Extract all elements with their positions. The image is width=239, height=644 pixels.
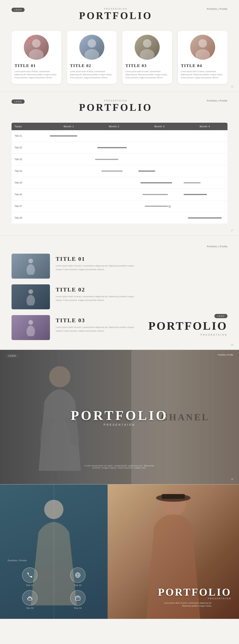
svg-point-11 bbox=[29, 259, 33, 263]
gantt-row-5: Title 05 bbox=[12, 177, 227, 189]
profile-card-title-1: TITLE 01 bbox=[15, 63, 58, 68]
slide-18-img-placeholder-2 bbox=[12, 284, 50, 309]
profiles-grid: TITLE 01 Lorem ipsum dolor sit amet, con… bbox=[12, 31, 227, 84]
gantt-cell-3-1 bbox=[46, 154, 91, 165]
gantt-cell-3-rest bbox=[137, 154, 227, 165]
svg-rect-27 bbox=[162, 494, 185, 499]
icon-label-4: Title 04 bbox=[74, 607, 82, 609]
nav-links-16: Portfolio | Profile bbox=[207, 8, 227, 10]
gantt-cell-6-3 bbox=[137, 189, 182, 200]
gantt-row-6: Title 06 bbox=[12, 189, 227, 200]
slide-19-subtitle: PRESENTAION bbox=[71, 423, 168, 426]
icon-item-4: Title 04 bbox=[56, 590, 100, 609]
gantt-bar-8-4 bbox=[184, 214, 226, 222]
icon-item-1: Title 01 bbox=[8, 568, 52, 586]
profile-card-2: TITLE 02 Lorem ipsum dolor sit amet, con… bbox=[67, 31, 117, 84]
gantt-row-7: Title 07 bbox=[12, 200, 227, 212]
slide-18-img-3 bbox=[12, 315, 50, 340]
profile-card-text-3: Lorem ipsum dolor sit amet, consectetuer… bbox=[125, 70, 169, 79]
gantt-cell-1-1 bbox=[46, 130, 91, 142]
slide-20-left: Portfolio | Profile Title 01 bbox=[0, 484, 108, 619]
gantt-cell-8-2 bbox=[91, 212, 137, 224]
gantt-bar-5-3 bbox=[138, 179, 181, 187]
gantt-cell-7-4 bbox=[182, 200, 227, 212]
gantt-label-4: Title 04 bbox=[12, 165, 46, 177]
slide-18-img-placeholder-3 bbox=[12, 315, 50, 340]
gantt-row-8: Title 08 bbox=[12, 212, 227, 224]
svg-point-12 bbox=[27, 264, 35, 275]
gantt-label-7: Title 07 bbox=[12, 200, 46, 212]
slide-number-19: 19 bbox=[231, 478, 233, 480]
slide-19-center: PORTFOLIO PRESENTAION bbox=[71, 408, 168, 426]
profile-card-4: TITLE 04 Lorem ipsum dolor sit amet, con… bbox=[178, 31, 228, 84]
icon-circle-4 bbox=[70, 590, 86, 606]
slide-19-nav: Portfolio | Profile bbox=[218, 354, 233, 356]
gantt-bar-4-2 bbox=[93, 167, 135, 175]
profile-img-1 bbox=[24, 35, 49, 60]
gantt-cell-7-2 bbox=[91, 200, 137, 212]
gantt-cell-7-1 bbox=[46, 200, 91, 212]
slide-18: Portfolio | Profile TITLE 01 Lorem ipsum… bbox=[0, 236, 239, 350]
logo-badge-19: LOGO bbox=[6, 354, 19, 358]
slide-17-title-block: PRESENTAION PORTFOLIO bbox=[79, 100, 152, 113]
gantt-row-1: Title 01 bbox=[12, 130, 227, 142]
gantt-cell-4-3 bbox=[137, 165, 182, 177]
slide-20-right: PORTFOLIO PRESENTAION Lorem ipsum dolor … bbox=[108, 484, 239, 619]
icon-label-2: Title 02 bbox=[74, 584, 82, 586]
gantt-cell-5-1 bbox=[46, 177, 91, 189]
slide-19-main-title: PORTFOLIO bbox=[71, 408, 168, 423]
gantt-cell-4-2 bbox=[91, 165, 137, 177]
gantt-cell-8-4 bbox=[182, 212, 227, 224]
svg-point-22 bbox=[28, 598, 32, 600]
slide-19-small-text: Lorem ipsum dolor sit amet, consectetuer… bbox=[81, 465, 158, 469]
slide-17-subtitle: PRESENTAION bbox=[79, 100, 152, 102]
slide-17: LOGO PRESENTAION PORTFOLIO Portfolio | P… bbox=[0, 92, 239, 236]
profile-card-text-2: Lorem ipsum dolor sit amet, consectetuer… bbox=[70, 70, 114, 79]
slide-16-title-block: PRESENTAION PORTFOLIO bbox=[79, 8, 152, 21]
svg-point-5 bbox=[88, 39, 96, 48]
svg-point-4 bbox=[27, 40, 29, 42]
gantt-cell-4-1 bbox=[46, 165, 91, 177]
gantt-bar-6-4 bbox=[184, 191, 226, 198]
gantt-bar-2-2 bbox=[93, 144, 135, 152]
icon-circle-3 bbox=[22, 590, 38, 606]
slide-16-main-title: PORTFOLIO bbox=[79, 10, 152, 21]
gantt-bar-5-4 bbox=[184, 179, 226, 187]
slide-19-logo: LOGO bbox=[6, 354, 19, 358]
gantt-label-2: Title 02 bbox=[12, 142, 46, 154]
svg-point-14 bbox=[27, 295, 35, 306]
slide-18-item-2: TITLE 02 Lorem ipsum dolor sit amet, con… bbox=[12, 284, 141, 309]
gantt-cell-5-4 bbox=[182, 177, 227, 189]
gantt-cell-5-3 bbox=[137, 177, 182, 189]
gantt-cell-6-2 bbox=[91, 189, 137, 200]
gantt-col-month2: Month 2 bbox=[91, 123, 137, 130]
slide-18-item-title-1: TITLE 01 bbox=[56, 256, 141, 262]
gantt-table: Tasks Month 1 Month 2 Month 3 Month 4 Ti… bbox=[12, 123, 227, 224]
profile-img-2 bbox=[79, 35, 104, 60]
profile-card-1: TITLE 01 Lorem ipsum dolor sit amet, con… bbox=[12, 31, 61, 84]
slide-18-item-text-1: Lorem ipsum dolor sit amet, consectetuer… bbox=[56, 264, 141, 271]
svg-point-8 bbox=[140, 49, 154, 60]
gantt-cell-4-4 bbox=[182, 165, 227, 177]
slide-18-item-content-2: TITLE 02 Lorem ipsum dolor sit amet, con… bbox=[56, 284, 141, 302]
gantt-cell-2-1 bbox=[46, 142, 91, 154]
svg-point-2 bbox=[28, 37, 31, 40]
slide-18-items: TITLE 01 Lorem ipsum dolor sit amet, con… bbox=[12, 254, 141, 340]
svg-point-0 bbox=[32, 39, 41, 48]
slide-18-item-title-2: TITLE 02 bbox=[56, 286, 141, 293]
portfolio-big-18: PORTFOLIO bbox=[148, 320, 227, 332]
profile-img-4 bbox=[190, 35, 215, 60]
profile-card-text-1: Lorem ipsum dolor sit amet, consectetuer… bbox=[15, 70, 58, 79]
gantt-label-1: Title 01 bbox=[12, 130, 46, 142]
logo-badge-16: LOGO bbox=[12, 8, 25, 12]
slide-number-18: 18 bbox=[231, 344, 233, 346]
slide-20-big-title: PORTFOLIO bbox=[158, 587, 231, 597]
gantt-cell-6-1 bbox=[46, 189, 91, 200]
icon-item-2: Title 02 bbox=[56, 568, 100, 586]
gantt-cell-7-3 bbox=[137, 200, 182, 212]
svg-point-15 bbox=[29, 320, 33, 325]
slide-18-content: TITLE 01 Lorem ipsum dolor sit amet, con… bbox=[12, 254, 227, 340]
slide-number-16: 16 bbox=[231, 86, 233, 88]
svg-point-3 bbox=[31, 36, 34, 38]
profile-card-title-2: TITLE 02 bbox=[70, 63, 114, 68]
